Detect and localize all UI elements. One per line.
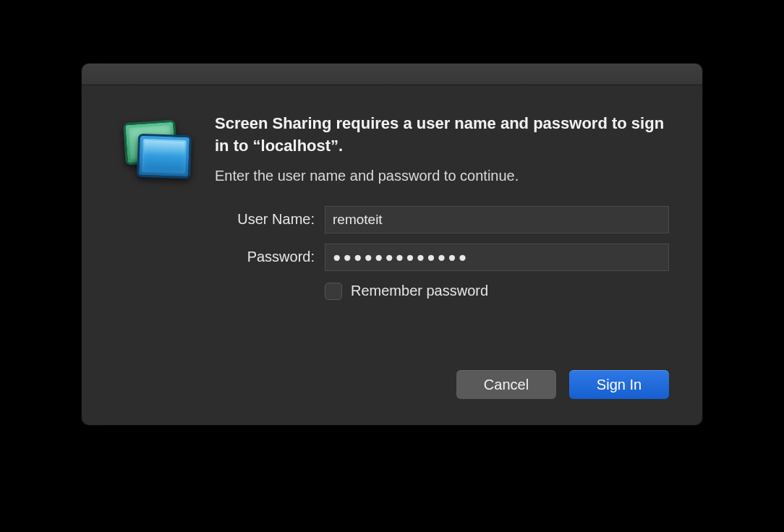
dialog-buttons: Cancel Sign In bbox=[456, 370, 669, 399]
titlebar[interactable] bbox=[82, 64, 702, 85]
sign-in-button[interactable]: Sign In bbox=[569, 370, 669, 399]
dialog-content: Screen Sharing requires a user name and … bbox=[82, 85, 702, 320]
app-icon-wrap bbox=[115, 113, 195, 300]
auth-dialog: Screen Sharing requires a user name and … bbox=[82, 64, 702, 425]
remember-row: Remember password bbox=[325, 283, 669, 300]
username-input[interactable] bbox=[325, 206, 669, 233]
dialog-subheading: Enter the user name and password to cont… bbox=[215, 168, 669, 184]
username-row: User Name: bbox=[215, 206, 669, 233]
remember-password-checkbox[interactable] bbox=[325, 283, 342, 300]
screen-sharing-icon bbox=[122, 117, 188, 184]
password-input[interactable] bbox=[325, 244, 669, 271]
remember-password-label[interactable]: Remember password bbox=[351, 283, 488, 299]
dialog-text-block: Screen Sharing requires a user name and … bbox=[215, 113, 669, 300]
password-row: Password: bbox=[215, 244, 669, 271]
password-label: Password: bbox=[215, 249, 325, 265]
username-label: User Name: bbox=[215, 211, 325, 228]
screen-front-icon bbox=[137, 134, 192, 179]
cancel-button[interactable]: Cancel bbox=[456, 370, 556, 399]
dialog-heading: Screen Sharing requires a user name and … bbox=[215, 113, 669, 158]
